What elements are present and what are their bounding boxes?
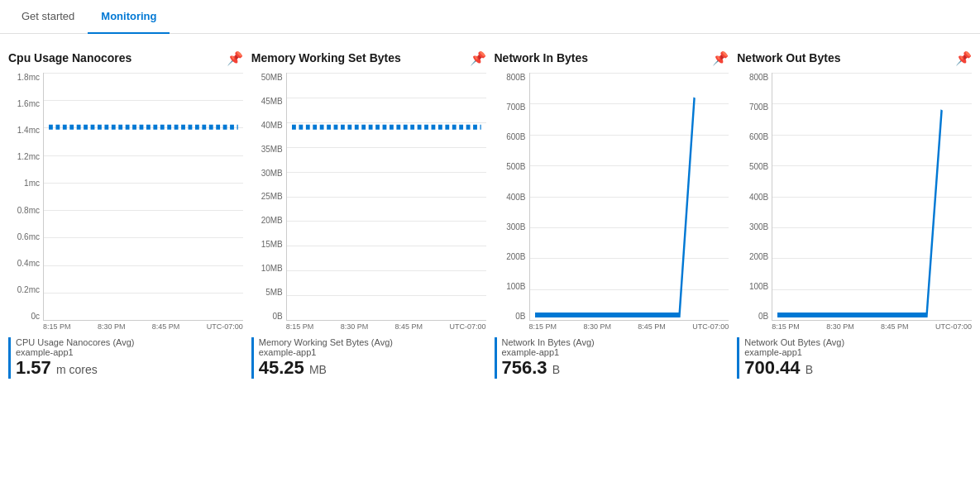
legend-name-memory: Memory Working Set Bytes (Avg) [259,337,486,347]
tab-bar: Get started Monitoring [0,0,980,34]
legend-name-netout: Network Out Bytes (Avg) [744,337,972,347]
chart-legend-netin: Network In Bytes (Avg)example-app1756.3 … [495,337,729,379]
chart-header-netout: Network Out Bytes📌 [737,50,972,66]
chart-panel-netout: Network Out Bytes📌800B700B600B500B400B30… [737,50,972,379]
x-axis-cpu: 8:15 PM8:30 PM8:45 PMUTC-07:00 [8,322,243,331]
tab-get-started[interactable]: Get started [8,0,88,34]
legend-sub-netout: example-app1 [744,347,972,357]
dashboard: Cpu Usage Nanocores📌1.8mc1.6mc1.4mc1.2mc… [0,34,980,387]
chart-line-svg-cpu [44,73,243,320]
y-axis-netin: 800B700B600B500B400B300B200B100B0B [495,73,529,321]
y-axis-cpu: 1.8mc1.6mc1.4mc1.2mc1mc0.8mc0.6mc0.4mc0.… [8,73,43,321]
chart-legend-netout: Network Out Bytes (Avg)example-app1700.4… [737,337,972,379]
legend-name-cpu: CPU Usage Nanocores (Avg) [16,337,243,347]
chart-panel-memory: Memory Working Set Bytes📌50MB45MB40MB35M… [251,50,486,379]
chart-line-svg-memory [287,73,486,320]
x-axis-memory: 8:15 PM8:30 PM8:45 PMUTC-07:00 [251,322,486,331]
tab-monitoring[interactable]: Monitoring [88,0,170,34]
pin-icon-netout[interactable]: 📌 [955,50,972,66]
y-axis-memory: 50MB45MB40MB35MB30MB25MB20MB15MB10MB5MB0… [251,73,286,321]
x-axis-netout: 8:15 PM8:30 PM8:45 PMUTC-07:00 [737,322,972,331]
chart-header-cpu: Cpu Usage Nanocores📌 [8,50,243,66]
legend-value-netin: 756.3 B [502,357,729,379]
legend-value-cpu: 1.57 m cores [16,357,243,379]
chart-header-netin: Network In Bytes📌 [495,50,729,66]
pin-icon-memory[interactable]: 📌 [470,50,486,66]
legend-sub-netin: example-app1 [502,347,729,357]
chart-header-memory: Memory Working Set Bytes📌 [251,50,486,66]
pin-icon-netin[interactable]: 📌 [712,50,729,66]
x-axis-netin: 8:15 PM8:30 PM8:45 PMUTC-07:00 [495,322,729,331]
chart-legend-cpu: CPU Usage Nanocores (Avg)example-app11.5… [8,337,243,379]
chart-title-cpu: Cpu Usage Nanocores [8,50,131,65]
legend-value-netout: 700.44 B [744,357,972,379]
chart-legend-memory: Memory Working Set Bytes (Avg)example-ap… [251,337,486,379]
chart-line-svg-netout [772,73,972,320]
legend-sub-cpu: example-app1 [16,347,243,357]
chart-inner-cpu [43,73,243,321]
pin-icon-cpu[interactable]: 📌 [227,50,243,66]
chart-title-netin: Network In Bytes [495,50,589,65]
chart-inner-netin [529,73,729,321]
legend-name-netin: Network In Bytes (Avg) [502,337,729,347]
chart-line-svg-netin [530,73,729,320]
chart-title-memory: Memory Working Set Bytes [251,50,401,65]
legend-sub-memory: example-app1 [259,347,486,357]
chart-inner-netout [772,73,972,321]
chart-panel-netin: Network In Bytes📌800B700B600B500B400B300… [495,50,729,379]
chart-panel-cpu: Cpu Usage Nanocores📌1.8mc1.6mc1.4mc1.2mc… [8,50,243,379]
y-axis-netout: 800B700B600B500B400B300B200B100B0B [737,73,772,321]
chart-title-netout: Network Out Bytes [737,50,840,65]
legend-value-memory: 45.25 MB [259,357,486,379]
chart-inner-memory [286,73,486,321]
